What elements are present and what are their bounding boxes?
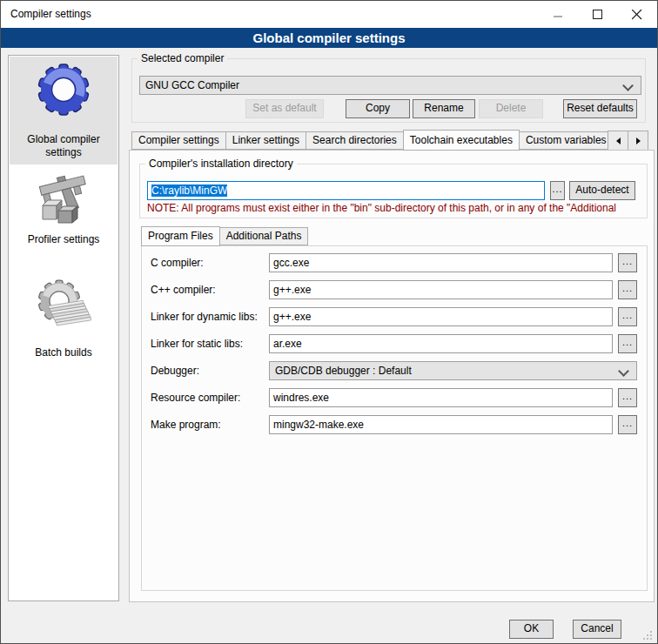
install-dir-legend: Compiler's installation directory xyxy=(145,158,297,171)
resource-compiler-browse-button[interactable]: ... xyxy=(618,388,637,407)
close-icon xyxy=(632,10,642,20)
static-linker-label: Linker for static libs: xyxy=(151,334,243,353)
scroll-left-icon xyxy=(616,138,621,144)
tab-scroll-right-button[interactable] xyxy=(628,131,648,151)
install-dir-note: NOTE: All programs must exist either in … xyxy=(147,202,647,215)
install-dir-input[interactable]: C:\raylib\MinGW xyxy=(147,181,545,200)
tab-program-files[interactable]: Program Files xyxy=(141,226,220,246)
toolchain-executables-panel: Compiler's installation directory C:\ray… xyxy=(129,150,655,602)
auto-detect-button[interactable]: Auto-detect xyxy=(569,181,635,200)
maximize-button[interactable] xyxy=(578,1,617,28)
chevron-down-icon xyxy=(622,80,634,91)
selected-compiler-group: Selected compiler GNU GCC Compiler Set a… xyxy=(131,58,646,123)
close-button[interactable] xyxy=(617,1,656,28)
selected-compiler-legend: Selected compiler xyxy=(138,52,227,65)
sidebar-item-profiler-settings[interactable]: Profiler settings xyxy=(10,169,118,265)
dialog-heading: Global compiler settings xyxy=(1,28,657,48)
minimize-icon xyxy=(554,10,563,19)
static-linker-input[interactable]: ar.exe xyxy=(269,334,613,353)
tab-linker-settings[interactable]: Linker settings xyxy=(225,131,306,150)
cpp-compiler-browse-button[interactable]: ... xyxy=(618,280,637,299)
minimize-button[interactable] xyxy=(539,1,578,28)
program-files-tabs: Program Files Additional Paths xyxy=(141,226,402,246)
maximize-icon xyxy=(593,10,602,19)
gear-stack-icon xyxy=(36,278,91,334)
sidebar-item-label: Batch builds xyxy=(10,346,118,359)
tab-toolchain-executables[interactable]: Toolchain executables xyxy=(403,130,520,151)
debugger-select-value: GDB/CDB debugger : Default xyxy=(275,365,412,377)
sidebar-item-batch-builds[interactable]: Batch builds xyxy=(10,277,118,367)
copy-button[interactable]: Copy xyxy=(346,99,410,118)
install-dir-browse-button[interactable]: ... xyxy=(550,181,565,200)
debugger-select[interactable]: GDB/CDB debugger : Default xyxy=(269,361,637,380)
sidebar-item-label: Global compiler settings xyxy=(10,133,118,159)
blue-gear-icon xyxy=(36,63,91,118)
dynamic-linker-browse-button[interactable]: ... xyxy=(618,307,637,326)
tab-compiler-settings[interactable]: Compiler settings xyxy=(131,131,226,150)
install-dir-group: Compiler's installation directory C:\ray… xyxy=(139,164,648,218)
delete-button[interactable]: Delete xyxy=(479,99,543,118)
scroll-right-icon xyxy=(636,138,641,144)
c-compiler-label: C compiler: xyxy=(151,253,204,272)
cpp-compiler-input[interactable]: g++.exe xyxy=(269,280,613,299)
resource-compiler-label: Resource compiler: xyxy=(151,388,240,407)
sidebar-item-global-compiler-settings[interactable]: Global compiler settings xyxy=(10,57,118,164)
ok-button[interactable]: OK xyxy=(509,620,554,639)
compiler-tabs: Compiler settings Linker settings Search… xyxy=(131,130,608,151)
compiler-settings-dialog: Compiler settings Global compiler settin… xyxy=(0,0,658,644)
resource-compiler-input[interactable]: windres.exe xyxy=(269,388,613,407)
dynamic-linker-input[interactable]: g++.exe xyxy=(269,307,613,326)
tab-custom-variables[interactable]: Custom variables xyxy=(519,131,608,150)
rename-button[interactable]: Rename xyxy=(413,99,475,118)
set-as-default-button[interactable]: Set as default xyxy=(245,99,324,118)
static-linker-browse-button[interactable]: ... xyxy=(618,334,637,353)
make-program-label: Make program: xyxy=(151,415,221,434)
tab-scroll-left-button[interactable] xyxy=(608,131,628,151)
settings-category-list: Global compiler settings xyxy=(8,55,119,601)
tab-additional-paths[interactable]: Additional Paths xyxy=(219,227,309,245)
cancel-button[interactable]: Cancel xyxy=(573,620,621,639)
install-dir-selected-text: C:\raylib\MinGW xyxy=(151,184,227,197)
title-bar[interactable]: Compiler settings xyxy=(1,1,657,28)
resize-grip[interactable] xyxy=(641,629,653,641)
reset-defaults-button[interactable]: Reset defaults xyxy=(563,99,637,118)
dynamic-linker-label: Linker for dynamic libs: xyxy=(151,307,258,326)
compiler-select[interactable]: GNU GCC Compiler xyxy=(139,76,641,95)
program-files-panel: C compiler: gcc.exe ... C++ compiler: g+… xyxy=(141,245,648,591)
chevron-down-icon xyxy=(618,366,629,377)
debugger-label: Debugger: xyxy=(151,361,199,380)
cpp-compiler-label: C++ compiler: xyxy=(151,280,216,299)
make-program-input[interactable]: mingw32-make.exe xyxy=(269,415,613,434)
make-program-browse-button[interactable]: ... xyxy=(618,415,637,434)
caliper-icon xyxy=(36,172,91,228)
window-title: Compiler settings xyxy=(10,1,91,28)
sidebar-item-label: Profiler settings xyxy=(10,233,118,246)
c-compiler-input[interactable]: gcc.exe xyxy=(269,253,613,272)
compiler-select-value: GNU GCC Compiler xyxy=(145,79,239,91)
tab-search-directories[interactable]: Search directories xyxy=(306,131,404,150)
c-compiler-browse-button[interactable]: ... xyxy=(618,253,637,272)
